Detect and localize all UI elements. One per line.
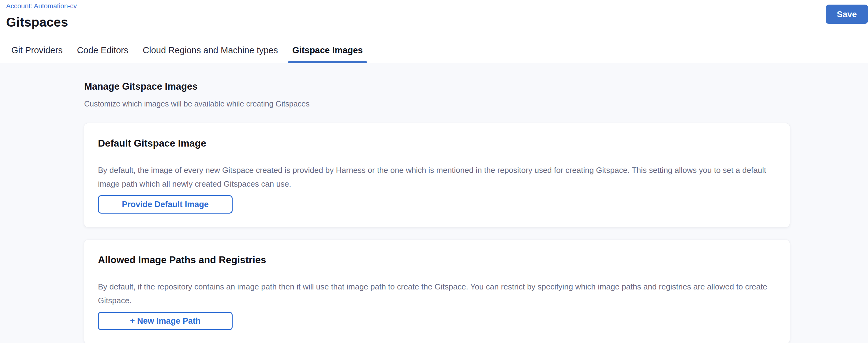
active-tab-indicator [288, 61, 367, 63]
default-gitspace-image-card: Default Gitspace Image By default, the i… [84, 123, 789, 227]
allowed-image-paths-card: Allowed Image Paths and Registries By de… [84, 240, 789, 343]
tab-label: Git Providers [11, 45, 63, 55]
page-header: Account: Automation-cv Gitspaces Save [0, 0, 868, 37]
card-description: By default, if the repository contains a… [98, 280, 776, 308]
save-button[interactable]: Save [826, 5, 868, 24]
breadcrumb-account-link[interactable]: Account: Automation-cv [6, 2, 77, 10]
tab-label: Cloud Regions and Machine types [143, 45, 278, 55]
card-title: Allowed Image Paths and Registries [98, 254, 776, 266]
tab-git-providers[interactable]: Git Providers [7, 37, 67, 63]
section-title: Manage Gitspace Images [84, 81, 789, 92]
tab-cloud-regions-machine-types[interactable]: Cloud Regions and Machine types [138, 37, 282, 63]
tab-bar: Git Providers Code Editors Cloud Regions… [0, 37, 868, 63]
new-image-path-button[interactable]: + New Image Path [98, 312, 232, 330]
card-title: Default Gitspace Image [98, 137, 776, 149]
page-title: Gitspaces [6, 14, 868, 30]
tab-gitspace-images[interactable]: Gitspace Images [288, 37, 367, 63]
card-description: By default, the image of every new Gitsp… [98, 163, 776, 191]
section-subtitle: Customize which images will be available… [84, 99, 789, 108]
main-content: Manage Gitspace Images Customize which i… [0, 63, 868, 343]
provide-default-image-button[interactable]: Provide Default Image [98, 195, 232, 214]
tab-label: Gitspace Images [292, 45, 363, 55]
tab-code-editors[interactable]: Code Editors [73, 37, 133, 63]
tab-label: Code Editors [77, 45, 128, 55]
